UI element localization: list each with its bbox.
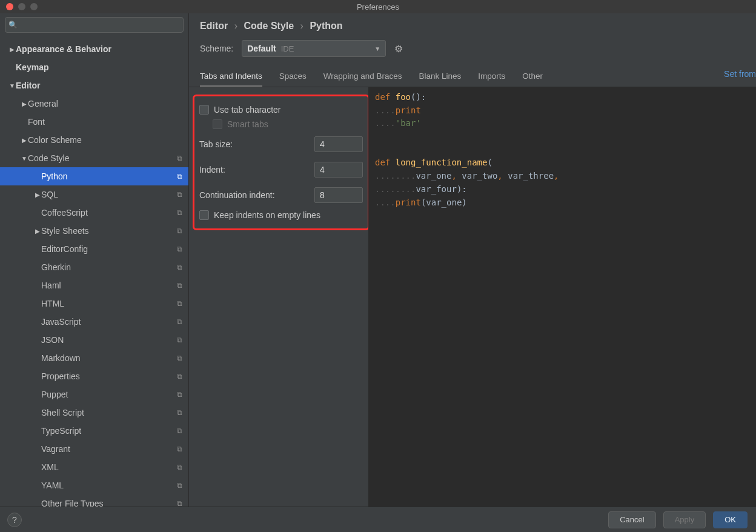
tree-item-vagrant[interactable]: Vagrant⧉ [0, 440, 188, 458]
search-input[interactable] [5, 17, 184, 33]
chevron-right-icon: › [231, 21, 241, 31]
copy-icon: ⧉ [177, 299, 182, 308]
copy-icon: ⧉ [177, 372, 182, 381]
copy-icon: ⧉ [177, 354, 182, 362]
chevron-right-icon: › [297, 21, 307, 31]
tab-spaces[interactable]: Spaces [279, 71, 307, 87]
keep-indents-label: Keep indents on empty lines [214, 210, 320, 220]
breadcrumb: Editor › Code Style › Python [189, 13, 756, 34]
chevron-down-icon: ▼ [21, 155, 28, 162]
scheme-value: Default [247, 44, 276, 53]
chevron-right-icon: ▶ [8, 46, 16, 53]
copy-icon: ⧉ [177, 190, 182, 199]
tree-item-keymap[interactable]: Keymap [0, 58, 188, 76]
tab-size-label: Tab size: [199, 139, 233, 149]
tree-item-font[interactable]: Font [0, 113, 188, 131]
code-preview: def foo(): ....print ....'bar' def long_… [368, 87, 756, 507]
tree-item-html[interactable]: HTML⧉ [0, 294, 188, 313]
smart-tabs-checkbox [213, 119, 222, 129]
breadcrumb-python: Python [310, 21, 342, 31]
chevron-down-icon: ▼ [374, 45, 380, 52]
search-icon: 🔍 [8, 21, 18, 29]
gear-icon[interactable]: ⚙ [394, 43, 403, 55]
set-from-link[interactable]: Set from [724, 69, 756, 79]
indent-label: Indent: [199, 165, 225, 175]
tree-item-general[interactable]: ▶ General [0, 95, 188, 113]
tree-item-xml[interactable]: XML⧉ [0, 458, 188, 476]
tab-size-input[interactable] [314, 136, 363, 152]
copy-icon: ⧉ [177, 154, 182, 162]
tree-item-gherkin[interactable]: Gherkin⧉ [0, 258, 188, 276]
tree-item-sql[interactable]: ▶ SQL ⧉ [0, 185, 188, 204]
copy-icon: ⧉ [177, 481, 182, 490]
tree-item-coffeescript[interactable]: CoffeeScript ⧉ [0, 204, 188, 222]
continuation-indent-label: Continuation indent: [199, 190, 275, 200]
highlighted-settings-region: Use tab character Smart tabs Tab size: I… [193, 95, 370, 230]
tree-item-code-style[interactable]: ▼ Code Style ⧉ [0, 149, 188, 167]
tree-item-python[interactable]: Python ⧉ [0, 167, 188, 185]
tree-item-typescript[interactable]: TypeScript⧉ [0, 422, 188, 440]
tree-item-json[interactable]: JSON⧉ [0, 331, 188, 349]
tab-blank-lines[interactable]: Blank Lines [419, 71, 461, 87]
tree-item-javascript[interactable]: JavaScript⧉ [0, 313, 188, 331]
copy-icon: ⧉ [177, 390, 182, 399]
window-title: Preferences [0, 2, 756, 12]
tree-item-editor[interactable]: ▼ Editor [0, 76, 188, 95]
tree-item-markdown[interactable]: Markdown⧉ [0, 349, 188, 367]
cancel-button[interactable]: Cancel [608, 511, 655, 528]
tree-item-editorconfig[interactable]: EditorConfig⧉ [0, 240, 188, 258]
ok-button[interactable]: OK [713, 511, 748, 528]
tree-item-properties[interactable]: Properties⧉ [0, 367, 188, 385]
copy-icon: ⧉ [177, 263, 182, 271]
copy-icon: ⧉ [177, 463, 182, 471]
tree-item-appearance[interactable]: ▶ Appearance & Behavior [0, 40, 188, 58]
copy-icon: ⧉ [177, 499, 182, 507]
tab-wrapping[interactable]: Wrapping and Braces [323, 71, 402, 87]
copy-icon: ⧉ [177, 445, 182, 453]
settings-tree: ▶ Appearance & Behavior Keymap ▼ Editor … [0, 36, 188, 507]
copy-icon: ⧉ [177, 408, 182, 417]
tree-item-color-scheme[interactable]: ▶ Color Scheme [0, 131, 188, 149]
keep-indents-checkbox[interactable] [199, 210, 209, 220]
copy-icon: ⧉ [177, 336, 182, 344]
tree-item-shell[interactable]: Shell Script⧉ [0, 404, 188, 422]
scheme-dropdown[interactable]: Default IDE ▼ [242, 40, 386, 57]
chevron-down-icon: ▼ [8, 82, 16, 89]
use-tab-character-checkbox[interactable] [199, 105, 209, 115]
chevron-right-icon: ▶ [34, 228, 41, 234]
apply-button[interactable]: Apply [663, 511, 706, 528]
help-button[interactable]: ? [7, 513, 22, 527]
scheme-scope: IDE [281, 44, 294, 53]
use-tab-character-label: Use tab character [214, 105, 281, 115]
breadcrumb-editor[interactable]: Editor [200, 21, 228, 31]
tree-item-stylesheets[interactable]: ▶ Style Sheets ⧉ [0, 222, 188, 240]
indent-input[interactable] [314, 162, 363, 178]
tab-imports[interactable]: Imports [478, 71, 505, 87]
scheme-label: Scheme: [200, 44, 233, 53]
chevron-right-icon: ▶ [21, 101, 28, 107]
tabs-bar: Tabs and Indents Spaces Wrapping and Bra… [189, 67, 756, 87]
tree-item-yaml[interactable]: YAML⧉ [0, 476, 188, 494]
tree-item-puppet[interactable]: Puppet⧉ [0, 385, 188, 404]
chevron-right-icon: ▶ [21, 137, 28, 144]
copy-icon: ⧉ [177, 227, 182, 235]
copy-icon: ⧉ [177, 427, 182, 435]
copy-icon: ⧉ [177, 172, 182, 181]
smart-tabs-label: Smart tabs [227, 119, 268, 129]
continuation-indent-input[interactable] [314, 187, 363, 203]
copy-icon: ⧉ [177, 281, 182, 290]
copy-icon: ⧉ [177, 318, 182, 326]
tree-item-other-file-types[interactable]: Other File Types⧉ [0, 494, 188, 507]
tab-tabs-and-indents[interactable]: Tabs and Indents [200, 71, 262, 87]
breadcrumb-code-style[interactable]: Code Style [244, 21, 294, 31]
tree-item-haml[interactable]: Haml⧉ [0, 276, 188, 294]
chevron-right-icon: ▶ [34, 191, 41, 198]
tab-other[interactable]: Other [522, 71, 543, 87]
copy-icon: ⧉ [177, 245, 182, 253]
copy-icon: ⧉ [177, 208, 182, 217]
